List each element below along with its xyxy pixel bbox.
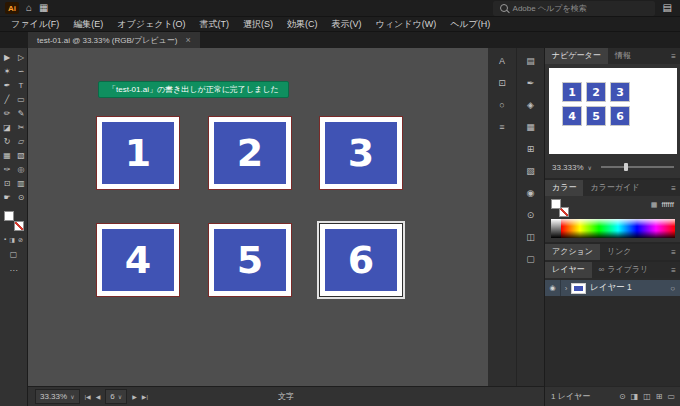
properties-panel-icon[interactable]: ◉ [527, 189, 535, 198]
new-layer-icon[interactable]: ⊞ [656, 392, 663, 401]
panel-menu-icon[interactable]: ≡ [671, 184, 680, 193]
stroke-panel-icon[interactable]: ≡ [499, 123, 504, 132]
layer-row[interactable]: ◉ › レイヤー 1 ○ [545, 280, 680, 296]
visibility-eye-icon[interactable]: ◉ [545, 280, 561, 296]
rectangle-tool-icon[interactable]: ▭ [17, 95, 25, 104]
menu-file[interactable]: ファイル(F) [4, 17, 66, 32]
layer-target-icon[interactable]: ○ [670, 284, 680, 293]
character-panel-icon[interactable]: A [499, 57, 505, 66]
zoom-tool-icon[interactable]: ⊙ [18, 193, 25, 202]
type-tool-icon[interactable]: T [19, 81, 24, 90]
asset-export-panel-icon[interactable]: ▢ [526, 255, 535, 264]
rainbow-ramp[interactable] [561, 219, 675, 238]
direct-selection-tool-icon[interactable]: ▷ [18, 53, 24, 62]
hex-field[interactable]: ▦ ffffff [651, 200, 674, 209]
symbols-panel-icon[interactable]: ◈ [527, 101, 534, 110]
color-fill-stroke-control[interactable] [551, 199, 569, 217]
line-segment-tool-icon[interactable]: ╱ [5, 95, 10, 104]
artboard-6-selected[interactable]: 6 [319, 223, 403, 297]
screen-mode-icon[interactable]: ▢ [0, 250, 27, 259]
none-mode-icon[interactable]: ⊘ [18, 236, 23, 243]
zoom-slider-handle[interactable] [624, 163, 628, 171]
menu-window[interactable]: ウィンドウ(W) [369, 17, 444, 32]
color-mode-icon[interactable]: ▪ [4, 236, 6, 243]
tab-links[interactable]: リンク [600, 244, 639, 260]
tab-color-guide[interactable]: カラーガイド [583, 180, 646, 196]
menu-help[interactable]: ヘルプ(H) [443, 17, 497, 32]
blend-tool-icon[interactable]: ◎ [18, 165, 25, 174]
home-icon[interactable]: ⌂ [26, 3, 32, 13]
menu-object[interactable]: オブジェクト(O) [110, 17, 192, 32]
last-artboard-button[interactable]: ▶| [142, 393, 148, 400]
selection-tool-icon[interactable]: ▶ [4, 53, 10, 62]
gradient-tool-icon[interactable]: ▧ [17, 151, 25, 160]
artboard-2[interactable]: 2 [208, 116, 292, 190]
eyedropper-tool-icon[interactable]: ✑ [4, 165, 11, 174]
color-fill-swatch[interactable] [551, 199, 561, 209]
artboard-4[interactable]: 4 [96, 223, 180, 297]
artboard-1[interactable]: 1 [96, 116, 180, 190]
zoom-dropdown[interactable]: 33.33% ∨ [35, 389, 80, 404]
new-sublayer-icon[interactable]: ◫ [643, 392, 651, 401]
eraser-tool-icon[interactable]: ◪ [3, 123, 11, 132]
menu-view[interactable]: 表示(V) [325, 17, 369, 32]
align-panel-icon[interactable]: ⊙ [527, 211, 535, 220]
locate-object-icon[interactable]: ⊙ [619, 392, 626, 401]
tab-info[interactable]: 情報 [608, 48, 638, 64]
grayscale-ramp[interactable] [551, 219, 561, 238]
stroke-swatch-none[interactable] [14, 221, 24, 231]
scissors-tool-icon[interactable]: ✂ [18, 123, 25, 132]
rotate-tool-icon[interactable]: ↻ [4, 137, 11, 146]
hand-tool-icon[interactable]: ☛ [3, 193, 10, 202]
edit-toolbar-icon[interactable]: ⋯ [0, 266, 27, 275]
transparency-panel-icon[interactable]: ⊞ [527, 145, 535, 154]
mesh-tool-icon[interactable]: ▦ [3, 151, 11, 160]
artboard-5[interactable]: 5 [208, 223, 292, 297]
menu-effect[interactable]: 効果(C) [280, 17, 325, 32]
tab-layers[interactable]: レイヤー [545, 262, 592, 278]
gradient-panel-icon[interactable]: ▧ [526, 167, 535, 176]
hex-value[interactable]: ffffff [661, 200, 674, 209]
layer-name[interactable]: レイヤー 1 [590, 282, 632, 294]
fill-swatch[interactable] [4, 211, 14, 221]
navigator-zoom-slider[interactable] [601, 166, 674, 168]
tab-actions[interactable]: アクション [545, 244, 600, 260]
expand-chevron-icon[interactable]: › [561, 284, 571, 293]
gradient-mode-icon[interactable]: ◨ [9, 236, 15, 243]
delete-layer-icon[interactable]: ▭ [667, 392, 675, 401]
magic-wand-tool-icon[interactable]: ✶ [4, 67, 11, 76]
slice-tool-icon[interactable]: ▥ [17, 179, 25, 188]
menu-edit[interactable]: 編集(E) [66, 17, 110, 32]
artboard-dropdown[interactable]: 6 ∨ [105, 389, 127, 404]
previous-artboard-button[interactable]: ◀ [96, 393, 101, 400]
next-artboard-button[interactable]: ▶ [132, 393, 137, 400]
pen-tool-icon[interactable]: ✒ [4, 81, 11, 90]
artboards-panel-icon[interactable]: ⊡ [498, 79, 506, 88]
menu-select[interactable]: 選択(S) [236, 17, 280, 32]
panel-menu-icon[interactable]: ≡ [671, 52, 680, 61]
workspace-switcher-icon[interactable]: ▤ [663, 3, 672, 13]
graphic-styles-panel-icon[interactable]: ▦ [526, 123, 535, 132]
appearance-panel-icon[interactable]: ○ [499, 101, 504, 110]
make-mask-icon[interactable]: ◨ [631, 392, 639, 401]
canvas[interactable]: 「test-01.ai」の書き出しが正常に完了しました 1 2 3 4 5 [28, 48, 488, 386]
brushes-panel-icon[interactable]: ✒ [527, 79, 535, 88]
document-tab[interactable]: test-01.ai @ 33.33% (RGB/プレビュー) × [28, 32, 200, 48]
tab-cc-libraries[interactable]: ∞ ライブラリ [592, 262, 656, 278]
help-search-field[interactable]: Adobe ヘルプを検索 [493, 1, 655, 16]
swatches-panel-icon[interactable]: ▤ [526, 57, 535, 66]
panel-menu-icon[interactable]: ≡ [671, 248, 680, 257]
free-transform-tool-icon[interactable]: ▱ [18, 137, 24, 146]
navigator-zoom-value[interactable]: 33.333% [552, 163, 584, 172]
tab-navigator[interactable]: ナビゲーター [545, 48, 608, 64]
tab-color[interactable]: カラー [545, 180, 583, 196]
pathfinder-panel-icon[interactable]: ◫ [526, 233, 535, 242]
pencil-tool-icon[interactable]: ✎ [18, 109, 25, 118]
fill-stroke-control[interactable] [4, 211, 24, 231]
close-icon[interactable]: × [185, 35, 190, 45]
apps-icon[interactable]: ▦ [39, 3, 48, 13]
lasso-tool-icon[interactable]: ∽ [18, 67, 25, 76]
artboard-3[interactable]: 3 [319, 116, 403, 190]
navigator-thumbnail[interactable]: 1 2 3 4 5 6 [549, 68, 677, 154]
paintbrush-tool-icon[interactable]: ✏ [4, 109, 11, 118]
